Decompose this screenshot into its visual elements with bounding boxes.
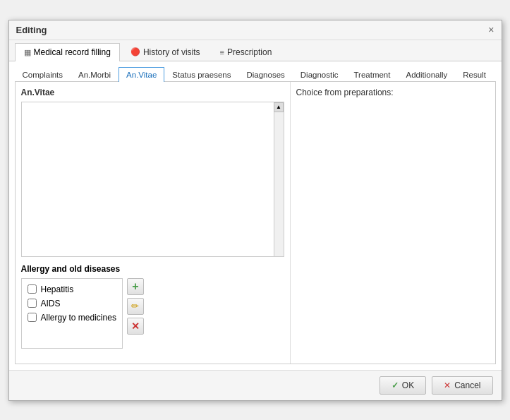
add-allergy-button[interactable]: + [127,278,144,295]
left-panel: An.Vitae ▲ Allergy and old diseases [16,82,291,364]
scroll-up[interactable]: ▲ [274,102,284,112]
ok-button[interactable]: ✓ OK [380,376,426,395]
cancel-label: Cancel [454,380,480,390]
allergy-section: Allergy and old diseases Hepatitis A [21,264,284,349]
allergy-item-aids: AIDS [28,299,116,308]
allergy-box: Hepatitis AIDS Allergy to medicines [21,278,123,349]
checkbox-medicines[interactable] [28,313,37,322]
delete-icon: ✕ [131,320,140,332]
allergy-title: Allergy and old diseases [21,264,284,274]
inner-tab-diagnoses[interactable]: Diagnoses [238,67,292,82]
prescription-icon: ≡ [220,48,224,56]
right-panel: Choice from preparations: [291,82,495,364]
allergy-item-medicines: Allergy to medicines [28,313,116,323]
allergy-label-aids: AIDS [41,299,61,308]
allergy-wrapper: Hepatitis AIDS Allergy to medicines [21,278,123,349]
ok-label: OK [402,380,414,390]
content-area: Complaints An.Morbi An.Vitae Status prae… [9,61,502,370]
inner-tab-anmorbi[interactable]: An.Morbi [71,67,119,82]
inner-tab-diagnostic[interactable]: Diagnostic [293,67,346,82]
add-icon: + [132,280,138,293]
cancel-icon: ✕ [444,380,451,390]
checkbox-hepatitis[interactable] [28,284,37,294]
title-bar: Editing × [9,20,502,40]
inner-tab-anvitae[interactable]: An.Vitae [119,67,164,82]
left-panel-title: An.Vitae [21,88,284,97]
footer: ✓ OK ✕ Cancel [9,370,502,400]
main-panel: An.Vitae ▲ Allergy and old diseases [15,82,496,364]
dialog-title: Editing [16,25,47,35]
tab-prescription-label: Prescription [227,47,272,57]
tab-history-label: History of visits [143,47,200,57]
inner-tab-additionally[interactable]: Additionally [398,67,455,82]
tab-medical-record[interactable]: ▦ Medical record filling [15,43,120,61]
allergy-item-hepatitis: Hepatitis [28,284,116,294]
inner-tab-treatment[interactable]: Treatment [346,67,398,82]
anvitae-textarea[interactable] [22,102,274,256]
right-panel-title: Choice from preparations: [296,88,490,97]
inner-tab-complaints[interactable]: Complaints [15,67,71,82]
allergy-label-medicines: Allergy to medicines [41,313,116,323]
editing-dialog: Editing × ▦ Medical record filling 🔴 His… [8,20,502,401]
edit-allergy-button[interactable]: ✏ [127,298,144,315]
allergy-controls: + ✏ ✕ [127,278,144,335]
ok-icon: ✓ [391,380,399,390]
scrollbar[interactable]: ▲ [274,102,284,256]
history-icon: 🔴 [130,47,140,56]
tab-prescription[interactable]: ≡ Prescription [211,43,281,61]
medical-record-icon: ▦ [24,48,31,57]
edit-icon: ✏ [131,301,139,311]
inner-tab-status[interactable]: Status praesens [164,67,238,82]
anvitae-text-box: ▲ [21,102,284,257]
tab-medical-record-label: Medical record filling [34,47,111,57]
allergy-label-hepatitis: Hepatitis [41,284,74,294]
close-button[interactable]: × [488,25,494,35]
inner-tabs: Complaints An.Morbi An.Vitae Status prae… [15,67,496,82]
inner-tab-result[interactable]: Result [455,67,494,82]
cancel-button[interactable]: ✕ Cancel [432,376,492,395]
checkbox-aids[interactable] [28,299,37,308]
tab-history-visits[interactable]: 🔴 History of visits [121,43,210,61]
delete-allergy-button[interactable]: ✕ [127,318,144,335]
top-tabs: ▦ Medical record filling 🔴 History of vi… [9,40,502,61]
